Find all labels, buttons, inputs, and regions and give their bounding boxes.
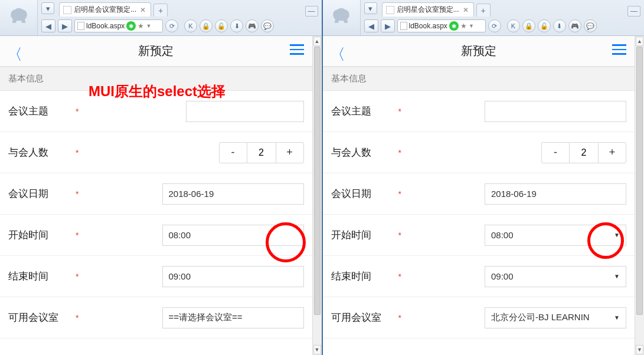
end-label: 结束时间: [331, 269, 396, 283]
tab-close-icon[interactable]: ✕: [462, 6, 470, 14]
tab-close-icon[interactable]: ✕: [139, 6, 147, 14]
end-time-select[interactable]: 09:00: [485, 266, 626, 287]
reload-button[interactable]: ⟳: [488, 19, 501, 32]
scroll-down-icon[interactable]: ▼: [313, 345, 321, 354]
row-subject: 会议主题*: [323, 91, 635, 132]
chat-icon[interactable]: 💬: [261, 19, 274, 32]
vertical-scrollbar[interactable]: ▲ ▼: [312, 36, 322, 355]
room-label: 可用会议室: [331, 311, 396, 324]
left-browser-window: ▾ 启明星会议室预定... ✕ + — ◀ ▶ ldBook.aspx ✱ ★: [0, 0, 323, 355]
page-favicon: [63, 6, 71, 14]
scroll-down-icon[interactable]: ▼: [636, 345, 643, 354]
lock-icon[interactable]: 🔒: [200, 19, 213, 32]
required-asterisk: *: [398, 231, 401, 240]
room-select[interactable]: ==请选择会议室==: [162, 307, 304, 328]
url-badge-icon: ✱: [449, 21, 459, 31]
toolbar-k-button[interactable]: K: [507, 19, 520, 32]
subject-input[interactable]: [186, 101, 304, 122]
address-bar[interactable]: ldBook.aspx ✱ ★ ▼: [397, 19, 486, 32]
attendees-label: 与会人数: [8, 146, 73, 159]
star-icon[interactable]: ★: [138, 22, 144, 30]
room-label: 可用会议室: [8, 311, 73, 324]
required-asterisk: *: [76, 313, 79, 323]
url-badge-icon: ✱: [126, 21, 136, 31]
page-title: 新预定: [461, 43, 496, 59]
address-bar[interactable]: ldBook.aspx ✱ ★ ▼: [74, 19, 163, 32]
vertical-scrollbar[interactable]: ▲ ▼: [635, 36, 644, 355]
start-time-select[interactable]: 08:00: [162, 225, 304, 246]
section-header: 基本信息: [323, 67, 635, 91]
row-room: 可用会议室* 北京分公司-BJ LEARNIN: [323, 297, 635, 338]
window-minimize-button[interactable]: —: [305, 6, 318, 17]
scroll-thumb[interactable]: [314, 47, 321, 315]
toolbar-k-button[interactable]: K: [184, 19, 197, 32]
row-subject: 会议主题*: [0, 91, 312, 132]
date-input[interactable]: 2018-06-19: [485, 183, 626, 205]
subject-label: 会议主题: [8, 104, 73, 118]
lock-icon[interactable]: 🔒: [522, 19, 535, 32]
page-icon: [400, 22, 407, 30]
url-dropdown-icon[interactable]: ▼: [469, 23, 474, 29]
start-time-select[interactable]: 08:00: [485, 225, 626, 246]
browser-tab[interactable]: 启明星会议室预定... ✕: [59, 2, 151, 17]
row-start-time: 开始时间* 08:00: [0, 215, 312, 256]
back-icon[interactable]: 〈: [7, 44, 22, 65]
star-icon[interactable]: ★: [460, 22, 467, 30]
unlock-icon[interactable]: 🔓: [215, 19, 228, 32]
required-asterisk: *: [398, 313, 401, 323]
app-viewport-right: 〈 新预定 基本信息 会议主题* 与会人数* - 2 +: [323, 36, 645, 355]
window-minimize-button[interactable]: —: [627, 6, 640, 17]
download-icon[interactable]: ⬇: [230, 19, 243, 32]
page-title: 新预定: [138, 43, 174, 59]
reload-button[interactable]: ⟳: [165, 19, 178, 32]
scroll-up-icon[interactable]: ▲: [313, 37, 321, 46]
page-favicon: [386, 6, 394, 14]
tab-title: 启明星会议室预定...: [74, 5, 136, 15]
tab-title: 启明星会议室预定...: [397, 5, 459, 15]
stepper-minus-button[interactable]: -: [541, 142, 570, 163]
required-asterisk: *: [398, 148, 401, 157]
menu-icon[interactable]: [612, 44, 626, 55]
row-attendees: 与会人数* - 2 +: [323, 132, 635, 173]
chat-icon[interactable]: 💬: [584, 19, 597, 32]
stepper-plus-button[interactable]: +: [598, 142, 626, 163]
scroll-up-icon[interactable]: ▲: [636, 37, 643, 46]
row-date: 会议日期* 2018-06-19: [0, 173, 312, 215]
row-end-time: 结束时间* 09:00: [323, 256, 635, 297]
subject-input[interactable]: [485, 101, 626, 122]
stepper-value: 2: [570, 142, 598, 163]
attendees-label: 与会人数: [331, 146, 396, 159]
new-tab-button[interactable]: +: [153, 4, 168, 17]
page-icon: [77, 22, 84, 30]
scroll-thumb[interactable]: [636, 47, 643, 315]
browser-tab[interactable]: 启明星会议室预定... ✕: [382, 2, 474, 17]
browser-chrome: ▾ 启明星会议室预定... ✕ + — ◀ ▶ ldBook.aspx ✱ ★: [323, 0, 645, 36]
new-tab-button[interactable]: +: [476, 4, 491, 17]
required-asterisk: *: [76, 148, 79, 157]
stepper-minus-button[interactable]: -: [219, 142, 247, 163]
nav-back-button[interactable]: ◀: [41, 19, 55, 32]
required-asterisk: *: [398, 272, 401, 281]
download-icon[interactable]: ⬇: [553, 19, 566, 32]
nav-back-button[interactable]: ◀: [364, 19, 378, 32]
date-input[interactable]: 2018-06-19: [162, 183, 304, 205]
back-icon[interactable]: 〈: [330, 44, 345, 65]
menu-icon[interactable]: [290, 44, 304, 55]
tab-dropdown[interactable]: ▾: [364, 2, 377, 14]
stepper-value: 2: [247, 142, 276, 163]
app-header: 〈 新预定: [0, 36, 312, 67]
date-label: 会议日期: [331, 187, 396, 200]
stepper-plus-button[interactable]: +: [276, 142, 304, 163]
attendees-stepper: - 2 +: [541, 142, 626, 163]
nav-forward-button[interactable]: ▶: [381, 19, 395, 32]
end-time-select[interactable]: 09:00: [162, 266, 304, 287]
unlock-icon[interactable]: 🔓: [538, 19, 551, 32]
url-text: ldBook.aspx: [409, 22, 447, 30]
gamepad-icon[interactable]: 🎮: [246, 19, 259, 32]
tab-dropdown[interactable]: ▾: [41, 2, 54, 14]
url-dropdown-icon[interactable]: ▼: [146, 23, 151, 29]
nav-forward-button[interactable]: ▶: [58, 19, 72, 32]
room-select[interactable]: 北京分公司-BJ LEARNIN: [485, 307, 626, 328]
row-end-time: 结束时间* 09:00: [0, 256, 312, 297]
gamepad-icon[interactable]: 🎮: [568, 19, 581, 32]
